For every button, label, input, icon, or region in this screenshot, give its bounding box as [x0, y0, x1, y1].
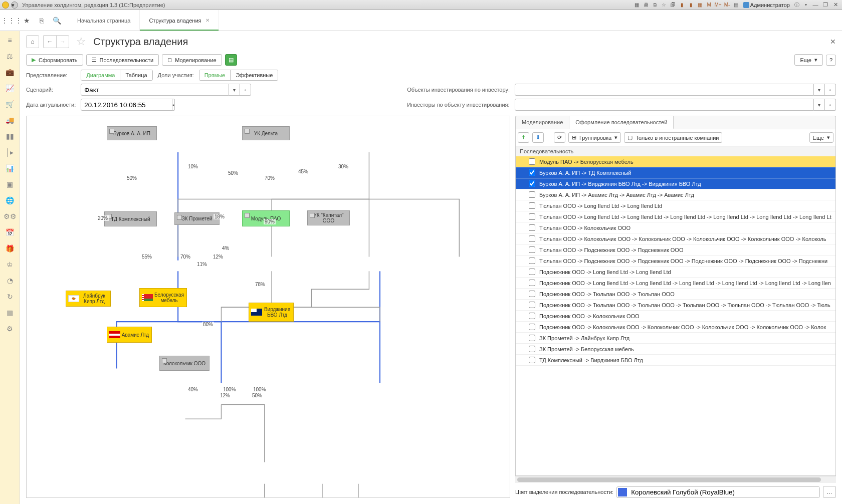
search-icon[interactable]: 🔍	[52, 16, 61, 25]
minimize-button[interactable]: —	[811, 1, 820, 9]
favorite-icon[interactable]: ☆	[660, 1, 668, 9]
m-btn[interactable]: M	[705, 1, 713, 9]
close-tab-icon[interactable]: ✕	[205, 18, 209, 23]
restore-button[interactable]: ❐	[821, 1, 830, 9]
tb-icon-6[interactable]: ▮	[678, 1, 686, 9]
m-minus-btn[interactable]: M-	[723, 1, 731, 9]
calc-icon[interactable]: ▤	[732, 1, 740, 9]
tb-icon-1[interactable]: ▦	[633, 1, 641, 9]
tb-icon-3[interactable]: 🗎	[651, 1, 659, 9]
calendar-icon[interactable]: ▦	[696, 1, 704, 9]
dropdown-icon[interactable]: ▾	[11, 2, 18, 9]
tb-icon-5[interactable]: 🗐	[669, 1, 677, 9]
tab-strip: ⋮⋮⋮ ★ ⎘ 🔍 Начальная страница Структура в…	[0, 10, 842, 31]
print-icon[interactable]: 🖶	[642, 1, 650, 9]
window-title: Управление холдингом, редакция 1.3 (1С:П…	[22, 2, 165, 8]
tab-structure-label: Структура владения	[149, 18, 201, 24]
info-icon[interactable]: ⓘ	[793, 1, 801, 9]
user-avatar-icon	[743, 2, 749, 8]
user-name: Администратор	[750, 2, 790, 8]
app-icon	[2, 2, 9, 9]
tab-home-label: Начальная страница	[77, 18, 130, 24]
info-dropdown-icon[interactable]: ▾	[802, 1, 810, 9]
window-titlebar: ▾ Управление холдингом, редакция 1.3 (1С…	[0, 0, 842, 10]
apps-icon[interactable]: ⋮⋮⋮	[7, 16, 16, 25]
star-icon[interactable]: ★	[22, 16, 31, 25]
close-window-button[interactable]: ✕	[831, 1, 840, 9]
history-icon[interactable]: ⎘	[37, 16, 46, 25]
user-block[interactable]: Администратор	[741, 2, 792, 8]
tab-structure[interactable]: Структура владения ✕	[140, 10, 219, 31]
tb-icon-7[interactable]: ▮	[687, 1, 695, 9]
tab-home[interactable]: Начальная страница	[68, 10, 140, 31]
m-plus-btn[interactable]: M+	[714, 1, 722, 9]
